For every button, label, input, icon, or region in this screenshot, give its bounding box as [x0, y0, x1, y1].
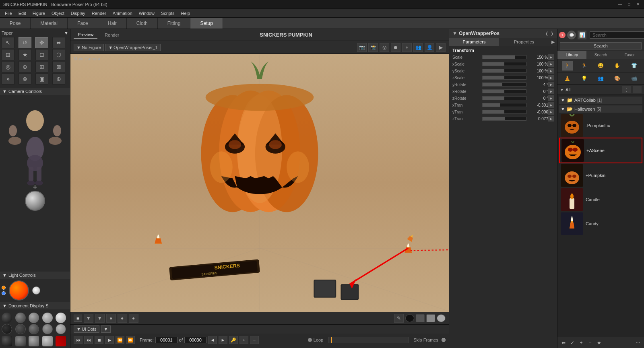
params-nav-left[interactable]: ❬: [545, 31, 549, 36]
light-controls-header[interactable]: ▼ Light Controls: [0, 272, 70, 279]
loop-dot[interactable]: [308, 338, 312, 342]
tl-forward-btn[interactable]: ►: [219, 336, 227, 344]
menu-animation[interactable]: Animation: [109, 10, 136, 16]
mat-1[interactable]: [2, 336, 12, 346]
lib-icon-pose[interactable]: 🧘: [562, 74, 573, 83]
param-arrow-yrotate[interactable]: ▶: [548, 82, 554, 87]
stats-icon[interactable]: 📊: [578, 31, 586, 39]
group2-icon-btn[interactable]: 👤: [425, 43, 434, 52]
skip-frames-toggle[interactable]: [442, 338, 446, 342]
tl-plus-btn[interactable]: +: [239, 336, 248, 344]
param-slider-zrotate[interactable]: [482, 96, 526, 100]
params-nav-right[interactable]: ❭: [550, 31, 554, 36]
bottom-circle[interactable]: ●: [106, 314, 116, 323]
bottom-pencil[interactable]: ✎: [394, 314, 404, 323]
lib-tab-favor[interactable]: Favor: [615, 51, 644, 59]
lib-icon-clothes[interactable]: 👕: [628, 61, 640, 70]
lib-icon-walk[interactable]: 🏃: [578, 61, 590, 70]
lib-item-ascene[interactable]: +AScene: [559, 138, 642, 163]
tool-cross[interactable]: ⊕: [19, 61, 31, 72]
timeline-dropdown[interactable]: ▼: [101, 325, 111, 333]
camera-ball[interactable]: [25, 191, 45, 211]
menu-object[interactable]: Object: [48, 10, 68, 16]
tool-select[interactable]: ↖: [2, 37, 14, 48]
close-button[interactable]: ✕: [635, 2, 641, 7]
menu-edit[interactable]: Edit: [15, 10, 29, 16]
wrapper-dropdown[interactable]: ▼ OpenWrapperPoser_1: [105, 44, 161, 51]
doc-display-header[interactable]: ▼ Document Display S: [0, 302, 70, 309]
lib-icon-camera[interactable]: 📹: [628, 74, 640, 83]
lib-icon-hand[interactable]: ✋: [612, 61, 623, 70]
tool-magnet[interactable]: ★: [19, 49, 31, 60]
tool-plus[interactable]: ⊕: [52, 73, 65, 84]
tool-x[interactable]: ⊠: [52, 61, 65, 72]
param-slider-xscale[interactable]: [482, 62, 526, 66]
tab-hair[interactable]: Hair: [98, 18, 127, 29]
sphere-4[interactable]: [42, 313, 53, 323]
viewport-tab-render[interactable]: Render: [101, 32, 123, 38]
filter-grid-icon[interactable]: ⋮: [622, 86, 631, 93]
sphere-10[interactable]: [56, 324, 66, 334]
tool-grid2[interactable]: ⊞: [35, 61, 48, 72]
light-dot-2[interactable]: [2, 291, 6, 295]
bottom-dot2[interactable]: ●: [129, 314, 138, 323]
tool-diamond[interactable]: ⋄: [2, 73, 14, 84]
param-arrow-xscale[interactable]: ▶: [548, 61, 554, 67]
lib-btn-more[interactable]: ⋯: [634, 339, 642, 347]
lib-icon-light[interactable]: 💡: [578, 74, 590, 83]
sphere-2[interactable]: [15, 313, 26, 323]
params-tab-expand[interactable]: ▶: [549, 38, 557, 46]
ui-dots-dropdown[interactable]: ▼ UI Dots: [74, 325, 99, 333]
mat-3[interactable]: [29, 336, 39, 346]
menu-render[interactable]: Render: [89, 10, 109, 16]
bottom-ball-2[interactable]: [416, 314, 425, 322]
param-slider-yscale[interactable]: [482, 69, 526, 73]
param-arrow-scale[interactable]: ▶: [548, 54, 554, 60]
tab-fitting[interactable]: Fitting: [158, 18, 191, 29]
tool-circle[interactable]: ◎: [2, 61, 14, 72]
viewport-tab-preview[interactable]: Preview: [74, 31, 97, 39]
tool-twist[interactable]: ⬡: [52, 49, 65, 60]
param-slider-zscale[interactable]: [482, 76, 526, 80]
menu-help[interactable]: Help: [178, 10, 194, 16]
tl-play-btn[interactable]: ▶: [105, 336, 114, 344]
filter-list-icon[interactable]: ⋯: [633, 86, 642, 93]
tab-cloth[interactable]: Cloth: [127, 18, 158, 29]
tool-translate[interactable]: ✥: [35, 37, 48, 48]
tl-rewind-btn[interactable]: ◄: [208, 336, 217, 344]
window-controls[interactable]: — □ ✕: [617, 2, 641, 7]
notification-badge[interactable]: 1: [559, 32, 566, 38]
tl-key-btn[interactable]: 🔑: [229, 336, 238, 344]
tab-pose[interactable]: Pose: [0, 18, 31, 29]
folder-artcollab-header[interactable]: ▼ 📁 ARTCollab [1]: [559, 97, 642, 104]
maximize-button[interactable]: □: [626, 2, 632, 7]
menu-window[interactable]: Window: [136, 10, 158, 16]
group-icon-btn[interactable]: 👥: [413, 43, 423, 52]
tool-square[interactable]: ▣: [35, 73, 48, 84]
sphere-8[interactable]: [29, 324, 39, 334]
light-ball[interactable]: [9, 280, 29, 301]
bottom-arrow-down-2[interactable]: ▼: [95, 314, 105, 323]
photo-icon-btn[interactable]: 📷: [357, 43, 367, 52]
sphere-3[interactable]: [29, 313, 39, 323]
param-arrow-yscale[interactable]: ▶: [548, 68, 554, 74]
params-tab-parameters[interactable]: Parameters: [449, 38, 499, 46]
lib-item-pumpkin[interactable]: +Pumpkin: [559, 163, 642, 187]
params-collapse-icon[interactable]: ▼: [452, 31, 457, 36]
param-slider-xrotate[interactable]: [482, 89, 526, 93]
camera2-icon-btn[interactable]: 📸: [368, 43, 378, 52]
param-arrow-xrotate[interactable]: ▶: [548, 89, 554, 94]
bottom-arrow-down[interactable]: ▼: [84, 314, 93, 323]
tool-direct[interactable]: ⊟: [35, 49, 48, 60]
mat-5[interactable]: [56, 336, 66, 346]
lib-btn-add[interactable]: +: [577, 339, 586, 347]
param-arrow-zscale[interactable]: ▶: [548, 75, 554, 80]
mat-4[interactable]: [42, 336, 53, 346]
tl-minus-btn[interactable]: −: [250, 336, 259, 344]
param-arrow-ztran[interactable]: ▶: [548, 116, 554, 121]
tool-morph[interactable]: ⊞: [2, 49, 14, 60]
frame-total-input[interactable]: [184, 337, 206, 343]
lib-item-candle[interactable]: Candle: [559, 187, 642, 212]
bottom-ball-3[interactable]: [426, 314, 435, 322]
lib-item-pumpkinlic[interactable]: -PumpkinLic: [559, 113, 642, 138]
